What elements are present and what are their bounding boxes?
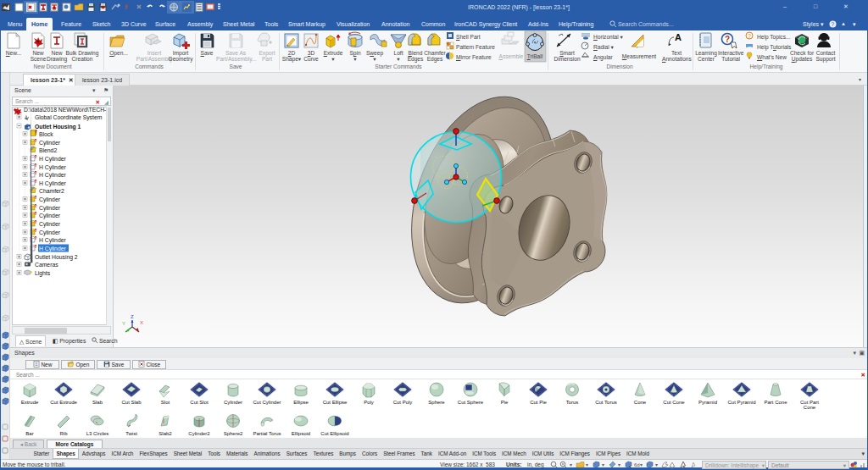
svg-text:X: X — [140, 320, 143, 325]
svg-text:H Cylinder: H Cylinder — [39, 237, 66, 244]
svg-text:▾: ▾ — [586, 462, 588, 467]
svg-text:Cylinder: Cylinder — [39, 196, 61, 203]
svg-text:?: ? — [832, 21, 835, 27]
svg-text:Cylinder: Cylinder — [39, 205, 61, 212]
svg-text:H Cylinder: H Cylinder — [39, 172, 66, 179]
svg-text:6d: 6d — [634, 462, 640, 467]
svg-text:D:\data\2018 NEW\Word\TECH-NET: D:\data\2018 NEW\Word\TECH-NET — [24, 108, 111, 113]
svg-text:Cylinder: Cylinder — [39, 140, 61, 147]
svg-text:Cylinder: Cylinder — [39, 221, 61, 228]
svg-text:Outlet Housing 1: Outlet Housing 1 — [35, 124, 81, 130]
svg-text:Chamfer2: Chamfer2 — [39, 188, 64, 194]
svg-text:?: ? — [725, 35, 730, 44]
svg-text:Cylinder: Cylinder — [39, 229, 61, 236]
svg-text:H Cylinder: H Cylinder — [39, 180, 66, 187]
svg-text:Block: Block — [39, 131, 53, 137]
svg-text:▾: ▾ — [618, 462, 620, 467]
svg-text:?: ? — [748, 33, 751, 39]
svg-text:▾: ▾ — [640, 462, 643, 467]
svg-text:A: A — [675, 32, 682, 42]
svg-text:▾: ▾ — [570, 462, 572, 467]
svg-text:Y: Y — [122, 321, 125, 326]
svg-text:H Cylinder: H Cylinder — [39, 156, 66, 163]
svg-text:▾: ▾ — [655, 462, 658, 467]
svg-text:Global Coordinate System: Global Coordinate System — [35, 114, 103, 121]
svg-text:H Cylinder: H Cylinder — [39, 164, 66, 171]
svg-text:H Cylinder: H Cylinder — [39, 246, 66, 252]
svg-text:Cylinder: Cylinder — [39, 213, 61, 219]
svg-text:Cameras: Cameras — [35, 262, 58, 268]
svg-text:Outlet Housing 2: Outlet Housing 2 — [35, 254, 78, 261]
svg-text:▾: ▾ — [602, 462, 604, 467]
svg-text:Lights: Lights — [35, 270, 51, 277]
svg-text:Blend2: Blend2 — [39, 147, 57, 153]
svg-text:Z: Z — [131, 314, 134, 319]
